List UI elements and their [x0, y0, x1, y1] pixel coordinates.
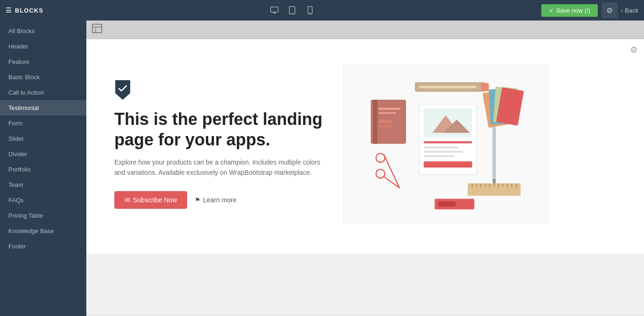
- svg-rect-5: [309, 13, 311, 14]
- sidebar-item-basic-block[interactable]: Basic Block: [0, 69, 86, 85]
- svg-rect-0: [271, 7, 278, 12]
- svg-rect-6: [92, 24, 102, 33]
- hero-block: ⚙ This is the perfect landing page for y…: [86, 39, 644, 254]
- sidebar-item-feature[interactable]: Feature: [0, 54, 86, 69]
- page-topbar: [86, 21, 644, 39]
- toolbar-right: ✓ Save now (!) ⚙ ‹ Back: [541, 2, 638, 18]
- svg-rect-35: [492, 126, 496, 179]
- sidebar-item-testimonial[interactable]: Testimonial: [0, 100, 86, 116]
- svg-rect-26: [424, 162, 472, 168]
- settings-button[interactable]: ⚙: [602, 2, 617, 18]
- block-settings-button[interactable]: ⚙: [630, 45, 637, 55]
- svg-rect-1: [273, 13, 276, 14]
- settings-gear-icon: ⚙: [630, 45, 637, 55]
- svg-rect-11: [378, 108, 400, 110]
- svg-rect-50: [438, 202, 456, 207]
- subscribe-label: Subscribe Now: [133, 196, 177, 204]
- learn-icon: ⚑: [195, 196, 201, 204]
- hero-title: This is the perfect landing page for you…: [114, 109, 324, 149]
- brand-text: BLOCKS: [15, 7, 43, 14]
- save-button[interactable]: ✓ Save now (!): [541, 4, 598, 17]
- sidebar-item-slider[interactable]: Slider: [0, 131, 86, 146]
- chevron-left-icon: ‹: [621, 7, 623, 14]
- menu-icon: ☰: [6, 7, 12, 14]
- page-table-icon: [92, 24, 102, 35]
- save-label: Save now (!): [556, 7, 590, 14]
- sidebar-item-form[interactable]: Form: [0, 116, 86, 131]
- learn-more-button[interactable]: ⚑ Learn more: [195, 196, 237, 204]
- sidebar-item-knowledge-base[interactable]: Knowledge Base: [0, 223, 86, 239]
- toolbar-left: ☰ BLOCKS: [6, 7, 43, 14]
- sidebar-item-all-blocks[interactable]: All Blocks: [0, 23, 86, 39]
- hero-logo: [114, 79, 324, 103]
- sidebar-item-faqs[interactable]: FAQs: [0, 192, 86, 208]
- svg-rect-25: [424, 156, 455, 158]
- hero-subtitle: Explore how your products can be a champ…: [114, 157, 324, 178]
- back-label: Back: [625, 7, 638, 14]
- subscribe-icon: ✉: [125, 196, 130, 204]
- toolbar: ☰ BLOCKS ✓ Save now (!) ⚙ ‹ Back: [0, 0, 644, 21]
- canvas-area: ⚙ This is the perfect landing page for y…: [86, 21, 644, 316]
- svg-rect-16: [481, 83, 489, 91]
- sidebar: All Blocks Header Feature Basic Block Ca…: [0, 21, 86, 316]
- brand-label: ☰ BLOCKS: [6, 7, 43, 14]
- sidebar-item-divider[interactable]: Divider: [0, 146, 86, 162]
- sidebar-item-header[interactable]: Header: [0, 39, 86, 54]
- svg-point-3: [292, 13, 293, 14]
- back-button[interactable]: ‹ Back: [621, 7, 638, 14]
- hero-illustration: [343, 65, 548, 223]
- footer-block: [86, 254, 644, 314]
- gear-icon: ⚙: [606, 6, 613, 15]
- svg-rect-23: [424, 147, 459, 149]
- svg-rect-12: [378, 112, 396, 114]
- toolbar-center: [266, 2, 318, 18]
- desktop-view-button[interactable]: [266, 2, 282, 18]
- sidebar-item-footer[interactable]: Footer: [0, 239, 86, 254]
- sidebar-item-portfolio[interactable]: Portfolio: [0, 162, 86, 177]
- subscribe-button[interactable]: ✉ Subscribe Now: [114, 191, 187, 209]
- sidebar-item-call-to-action[interactable]: Call to Action: [0, 85, 86, 100]
- sidebar-item-team[interactable]: Team: [0, 177, 86, 192]
- main-layout: All Blocks Header Feature Basic Block Ca…: [0, 21, 644, 316]
- svg-rect-24: [424, 151, 463, 153]
- learn-label: Learn more: [203, 196, 237, 204]
- svg-rect-17: [419, 86, 476, 89]
- svg-rect-10: [373, 100, 377, 144]
- hero-content: This is the perfect landing page for you…: [114, 79, 324, 208]
- tablet-view-button[interactable]: [284, 2, 300, 18]
- svg-rect-13: [378, 120, 392, 124]
- hero-buttons: ✉ Subscribe Now ⚑ Learn more: [114, 191, 324, 209]
- mobile-view-button[interactable]: [302, 2, 318, 18]
- sidebar-item-pricing-table[interactable]: Pricing Table: [0, 208, 86, 223]
- save-check-icon: ✓: [549, 7, 554, 14]
- svg-rect-14: [378, 125, 392, 127]
- svg-rect-22: [424, 141, 472, 144]
